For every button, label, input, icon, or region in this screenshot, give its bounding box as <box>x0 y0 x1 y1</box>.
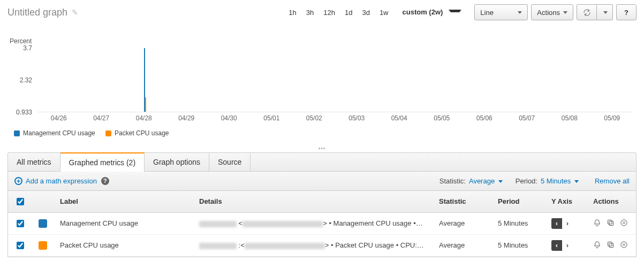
delete-icon[interactable] <box>620 241 628 250</box>
delete-icon[interactable] <box>620 219 628 228</box>
row-statistic[interactable]: Average <box>433 212 491 234</box>
refresh-icon <box>583 9 591 17</box>
alarm-icon[interactable] <box>593 219 601 228</box>
tab-bar: All metrics Graphed metrics (2) Graph op… <box>7 152 637 172</box>
add-math-expression[interactable]: Add a math expression <box>26 177 97 185</box>
tab-all-metrics[interactable]: All metrics <box>8 153 60 171</box>
col-yaxis: Y Axis <box>545 190 587 212</box>
svg-rect-4 <box>608 242 612 246</box>
plus-icon: + <box>14 177 22 185</box>
yaxis-left[interactable]: ‹ <box>551 218 562 229</box>
refresh-dropdown[interactable] <box>597 4 613 20</box>
time-1d[interactable]: 1d <box>340 6 357 19</box>
col-details: Details <box>193 190 433 212</box>
period-label: Period: <box>516 177 537 185</box>
metrics-table: Label Details Statistic Period Y Axis Ac… <box>8 190 636 257</box>
yaxis-toggle[interactable]: ‹ › <box>551 218 580 229</box>
legend-item-management[interactable]: Management CPU usage <box>14 129 95 137</box>
tab-graphed-metrics[interactable]: Graphed metrics (2) <box>60 152 145 172</box>
y-axis-title: Percent <box>10 37 637 45</box>
col-label: Label <box>54 190 193 212</box>
legend-swatch <box>105 130 111 136</box>
time-range-selector: 1h 3h 12h 1d 3d 1w custom (2w) <box>284 6 466 18</box>
series-color-swatch[interactable] <box>39 241 47 250</box>
ytick: 0.933 <box>7 109 32 116</box>
xtick: 05/09 <box>604 114 620 122</box>
alarm-icon[interactable] <box>593 241 601 250</box>
xtick: 04/30 <box>221 114 237 122</box>
actions-button[interactable]: Actions <box>531 4 573 20</box>
xtick: 05/04 <box>391 114 407 122</box>
time-3h[interactable]: 3h <box>302 6 318 19</box>
duplicate-icon[interactable] <box>607 241 615 250</box>
row-details: <> • Management CPU usage •… <box>193 212 433 234</box>
table-row: Management CPU usage <> • Management CPU… <box>8 212 636 234</box>
statistic-label: Statistic: <box>440 177 466 185</box>
row-checkbox[interactable] <box>17 220 24 227</box>
ytick: 3.7 <box>7 44 32 52</box>
yaxis-left[interactable]: ‹ <box>551 240 562 251</box>
xtick: 04/29 <box>178 114 194 122</box>
time-1h[interactable]: 1h <box>284 6 300 19</box>
tab-graph-options[interactable]: Graph options <box>145 153 209 171</box>
tab-source[interactable]: Source <box>209 153 251 171</box>
legend-swatch <box>14 130 20 136</box>
refresh-button[interactable] <box>577 4 597 20</box>
row-period[interactable]: 5 Minutes <box>491 234 545 256</box>
xtick: 04/26 <box>51 114 67 122</box>
time-12h[interactable]: 12h <box>319 6 339 19</box>
col-statistic: Statistic <box>433 190 491 212</box>
xtick: 05/01 <box>263 114 279 122</box>
row-label[interactable]: Packet CPU usage <box>54 234 193 256</box>
chart-plot-area[interactable]: 3.7 2.32 0.933 <box>7 48 637 112</box>
resize-handle[interactable]: ••• <box>0 143 644 152</box>
xtick: 05/02 <box>306 114 322 122</box>
yaxis-right[interactable]: › <box>562 240 573 251</box>
x-axis: 04/26 04/27 04/28 04/29 04/30 05/01 05/0… <box>37 112 633 125</box>
xtick: 04/28 <box>136 114 152 122</box>
time-1w[interactable]: 1w <box>375 6 393 19</box>
col-actions: Actions <box>587 190 636 212</box>
yaxis-toggle[interactable]: ‹ › <box>551 240 580 251</box>
time-3d[interactable]: 3d <box>358 6 374 19</box>
period-dropdown[interactable]: 5 Minutes <box>541 177 579 185</box>
row-details: :<> • Packet CPU usage • CPU:… <box>193 234 433 256</box>
graph-title[interactable]: Untitled graph <box>7 7 67 18</box>
svg-rect-0 <box>609 221 613 226</box>
chart-legend: Management CPU usage Packet CPU usage <box>14 129 637 138</box>
duplicate-icon[interactable] <box>607 219 615 228</box>
table-row: Packet CPU usage :<> • Packet CPU usage … <box>8 234 636 256</box>
series-color-swatch[interactable] <box>39 219 47 228</box>
time-custom[interactable]: custom (2w) <box>394 6 466 18</box>
remove-all[interactable]: Remove all <box>595 177 630 185</box>
xtick: 05/03 <box>348 114 365 122</box>
series-spike-packet <box>145 97 146 112</box>
row-statistic[interactable]: Average <box>433 234 491 256</box>
chart-type-select[interactable]: Line <box>474 4 528 20</box>
xtick: 05/07 <box>519 114 535 122</box>
edit-title-icon[interactable]: ✎ <box>72 8 78 17</box>
xtick: 04/27 <box>93 114 109 122</box>
svg-rect-3 <box>609 243 613 248</box>
col-period: Period <box>491 190 545 212</box>
help-icon[interactable]: ? <box>101 177 109 185</box>
svg-rect-1 <box>608 220 612 224</box>
xtick: 05/06 <box>476 114 493 122</box>
select-all-checkbox[interactable] <box>17 198 24 205</box>
xtick: 05/05 <box>434 114 450 122</box>
row-period[interactable]: 5 Minutes <box>491 212 545 234</box>
ytick: 2.32 <box>7 76 32 84</box>
statistic-dropdown[interactable]: Average <box>469 177 503 185</box>
chart-container: Percent 3.7 2.32 0.933 04/26 04/27 04/28… <box>0 21 644 143</box>
yaxis-right[interactable]: › <box>562 218 573 229</box>
xtick: 05/08 <box>562 114 578 122</box>
legend-item-packet[interactable]: Packet CPU usage <box>105 129 169 137</box>
row-checkbox[interactable] <box>17 242 24 249</box>
row-label[interactable]: Management CPU usage <box>54 212 193 234</box>
help-button[interactable]: ? <box>616 4 637 20</box>
